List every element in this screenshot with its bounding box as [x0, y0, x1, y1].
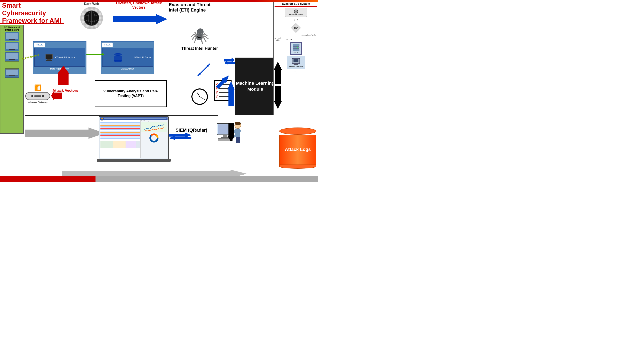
- laptop-area: All Events: [95, 116, 173, 164]
- svg-marker-43: [274, 62, 282, 84]
- globe-icon: [83, 10, 100, 26]
- svg-point-38: [297, 50, 298, 50]
- screen-row-9: [100, 134, 140, 135]
- green-arrow: [86, 54, 103, 55]
- bottom-bar: [0, 176, 318, 182]
- external-network-box: External Network: [285, 8, 307, 17]
- pi-server-label: OSIsoft PI Server: [134, 56, 152, 58]
- sit-network-panel: SIT Network of smart meters ⋮: [0, 25, 24, 134]
- osisoft-logo-agg: OSIsoft.: [34, 42, 45, 47]
- pc-icon: [45, 53, 54, 62]
- vertical-divider: [169, 0, 169, 124]
- traffic-arrows: → ↘: [286, 38, 292, 41]
- vapt-label: Vulnerability Analysis and Pen-Testing (…: [97, 89, 164, 98]
- screen-row-2: [100, 124, 140, 124]
- svg-text:ADS: ADS: [294, 27, 298, 30]
- dots: ⋮: [2, 62, 22, 68]
- all-events-label: All Events: [100, 120, 140, 122]
- smart-meter-1: [5, 32, 19, 41]
- screen-row-6: [100, 129, 140, 130]
- chart-area-1: [141, 122, 167, 132]
- osisoft-logo-archive: OSIsoft.: [102, 42, 113, 47]
- svg-rect-16: [223, 135, 227, 137]
- screen-row-11: [100, 136, 140, 138]
- attack-logs-label: Attack Logs: [285, 147, 311, 152]
- pi-interface-label: OSIsoft PI Interface: [55, 56, 75, 58]
- cylinder-bottom: [279, 164, 316, 169]
- bottom-charts: [100, 141, 140, 148]
- smart-meter-3: [5, 52, 19, 62]
- svg-rect-33: [293, 44, 299, 46]
- clock-hand-hour: [197, 92, 200, 97]
- server-icon: [292, 44, 300, 52]
- blue-arrows-cluster: [195, 62, 212, 78]
- svg-point-36: [297, 45, 298, 46]
- check-x-4: ✗: [216, 95, 218, 98]
- horizontal-divider: [25, 115, 218, 116]
- clock-hand-min: [200, 96, 205, 100]
- diverted-label: Diverted, Unknown Attack Vectors: [112, 1, 166, 10]
- svg-rect-25: [238, 137, 240, 143]
- clock-icon: [191, 88, 208, 105]
- title-underline: [0, 22, 64, 24]
- event-summary-screen-label: Event Summary: [141, 120, 167, 122]
- top-border: [0, 0, 318, 2]
- attack-logs: Attack Logs: [279, 128, 316, 169]
- svg-marker-11: [227, 124, 235, 142]
- siem-label: SIEM (QRadar): [173, 128, 210, 133]
- blue-diagonal-arrows: [214, 70, 235, 90]
- svg-rect-41: [294, 64, 298, 64]
- screen-row-5: [100, 128, 140, 129]
- screen-left-panel: All Events: [100, 120, 141, 158]
- dark-web-label: Dark Web: [74, 2, 109, 6]
- osisoft-archive-box: OSIsoft. OSIsoft PI Server Data Archive: [101, 41, 154, 74]
- screen-row-4: [100, 126, 140, 128]
- svg-point-20: [235, 122, 241, 125]
- black-double-arrows: [274, 60, 282, 111]
- shadow-honeypot-label: Shadow Honeypot: [289, 65, 302, 67]
- siem-area: SIEM (QRadar): [173, 128, 210, 133]
- blue-arrows-threat-ml: [224, 58, 235, 65]
- diamond-icon: ADS: [291, 23, 301, 33]
- blue-arrow-siem-ml: [227, 124, 235, 142]
- gateway-dot-1: [31, 95, 33, 97]
- dark-web-area: Dark Web: [74, 2, 109, 30]
- svg-marker-44: [274, 86, 282, 109]
- red-arrow-up-container: [57, 66, 70, 86]
- osisoft-inner-archive: OSIsoft PI Server: [102, 48, 153, 67]
- network-icon: [293, 10, 299, 14]
- screen-header: [100, 118, 168, 120]
- diamond-container: ADS: [291, 23, 301, 33]
- screen-dot-1: [101, 118, 102, 119]
- server-label: Server: [293, 52, 298, 54]
- attack-vectors-label: Attack Vectors: [53, 88, 78, 93]
- sit-network-label: SIT Network of smart meters: [2, 26, 22, 31]
- gateway-box: [25, 92, 50, 100]
- traffic-split: Normal Traffic → ↘: [274, 37, 317, 41]
- monitor: [46, 54, 53, 59]
- ml-label: Machine Learning Module: [235, 80, 275, 92]
- screen-dot-2: [102, 118, 103, 119]
- wifi-icon: 📶: [24, 84, 51, 91]
- server-box: Server: [290, 42, 302, 55]
- bottom-chart-1: [100, 141, 113, 148]
- blue-arrow-diverted: [113, 14, 167, 24]
- svg-rect-35: [293, 49, 299, 51]
- threat-intel-area: 🕷️ Threat Intel Hunter: [179, 27, 220, 51]
- db-body: [114, 56, 122, 60]
- bottom-chart-3: [126, 141, 136, 148]
- svg-rect-40: [293, 59, 298, 62]
- down-arrow-1: ↓ ↑: [274, 18, 317, 22]
- bottom-section: [100, 140, 140, 148]
- svg-rect-24: [236, 137, 238, 143]
- threat-intel-label: Threat Intel Hunter: [179, 46, 220, 51]
- screen-body: All Events: [100, 120, 168, 158]
- svg-rect-34: [293, 46, 299, 48]
- screen-title-bar: [104, 118, 166, 119]
- svg-marker-51: [216, 76, 229, 89]
- cylinder-top: [279, 128, 316, 135]
- external-network-label: External Network: [289, 14, 303, 16]
- shadow-honeypot-box: Shadow Honeypot: [287, 56, 305, 69]
- screen-content: All Events: [99, 117, 168, 159]
- spider-icon: 🕷️: [179, 27, 220, 45]
